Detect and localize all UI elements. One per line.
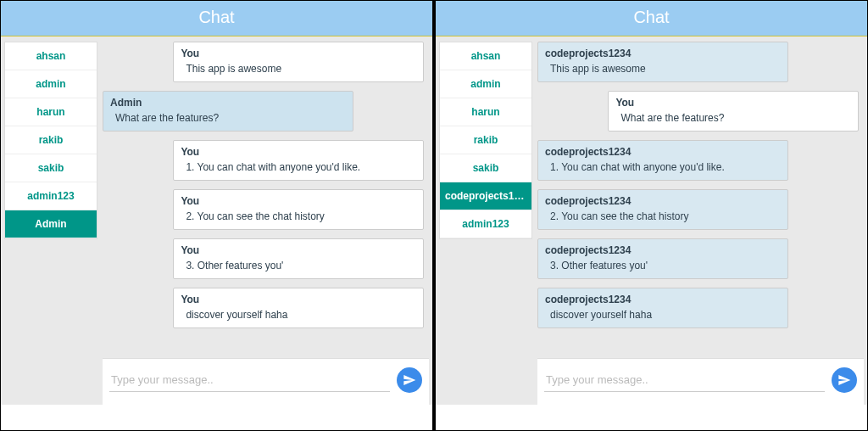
user-list-item[interactable]: ahsan	[5, 42, 97, 70]
message-sender: You	[181, 48, 416, 59]
split-container: Chat ahsanadminharunrakibsakibadmin123Ad…	[0, 0, 868, 431]
user-list-item[interactable]: rakib	[440, 126, 531, 154]
app-header: Chat	[1, 1, 432, 36]
user-list-item[interactable]: admin	[440, 70, 531, 98]
message-sender: codeprojects1234	[545, 294, 781, 305]
chat-message: YouWhat are the features?	[608, 91, 859, 132]
app-header: Chat	[436, 1, 867, 36]
user-list-item[interactable]: admin	[5, 70, 97, 98]
user-list-item[interactable]: harun	[5, 98, 97, 126]
send-icon	[403, 373, 416, 387]
message-text: What are the features?	[110, 112, 346, 124]
message-text: 1. You can chat with anyone you'd like.	[181, 161, 416, 173]
bottom-spacer	[436, 405, 867, 430]
user-list-item[interactable]: harun	[440, 98, 531, 126]
chat-column: YouThis app is awesomeAdminWhat are the …	[103, 42, 429, 405]
message-sender: codeprojects1234	[545, 48, 781, 59]
user-list-item[interactable]: sakib	[440, 154, 531, 182]
user-list-item[interactable]: sakib	[5, 154, 97, 182]
chat-message: codeprojects1234This app is awesome	[537, 42, 788, 82]
user-list-item[interactable]: admin123	[5, 182, 97, 210]
send-icon	[837, 373, 851, 387]
chat-window-right: Chat ahsanadminharunrakibsakibcodeprojec…	[433, 0, 868, 431]
user-list-item[interactable]: codeprojects1234	[440, 182, 531, 210]
chat-column: codeprojects1234This app is awesomeYouWh…	[537, 42, 864, 405]
message-sender: codeprojects1234	[545, 195, 781, 207]
message-text: This app is awesome	[545, 63, 781, 75]
message-sender: codeprojects1234	[545, 146, 781, 158]
send-button[interactable]	[832, 367, 857, 393]
message-text: 3. Other features you'	[545, 260, 781, 271]
message-sender: You	[181, 294, 416, 305]
send-button[interactable]	[397, 367, 422, 393]
chat-message: You2. You can see the chat history	[173, 189, 424, 230]
user-list-item[interactable]: Admin	[5, 210, 97, 238]
message-input[interactable]	[109, 368, 390, 392]
message-sender: You	[181, 195, 416, 207]
message-text: 1. You can chat with anyone you'd like.	[545, 161, 781, 173]
user-list: ahsanadminharunrakibsakibcodeprojects123…	[439, 42, 532, 239]
message-text: What are the features?	[615, 112, 851, 124]
message-composer	[537, 358, 864, 405]
message-text: 2. You can see the chat history	[181, 210, 416, 222]
message-text: discover yourself haha	[545, 309, 781, 321]
message-list[interactable]: YouThis app is awesomeAdminWhat are the …	[103, 42, 429, 358]
chat-message: codeprojects1234discover yourself haha	[537, 288, 788, 328]
user-list-item[interactable]: ahsan	[440, 42, 531, 70]
message-sender: Admin	[110, 97, 346, 109]
message-text: This app is awesome	[181, 63, 416, 75]
chat-message: codeprojects12343. Other features you'	[537, 238, 788, 279]
message-sender: codeprojects1234	[545, 244, 781, 256]
chat-message: You3. Other features you'	[173, 238, 424, 279]
chat-body: ahsanadminharunrakibsakibadmin123Admin Y…	[1, 36, 432, 405]
message-list[interactable]: codeprojects1234This app is awesomeYouWh…	[537, 42, 864, 358]
bottom-spacer	[1, 405, 432, 430]
message-input[interactable]	[544, 368, 825, 392]
message-text: discover yourself haha	[181, 309, 416, 321]
user-list-item[interactable]: admin123	[440, 210, 531, 238]
chat-message: You1. You can chat with anyone you'd lik…	[173, 140, 424, 181]
message-sender: You	[615, 97, 851, 109]
chat-message: codeprojects12341. You can chat with any…	[537, 140, 788, 181]
chat-message: codeprojects12342. You can see the chat …	[537, 189, 788, 230]
message-sender: You	[181, 244, 416, 256]
user-list: ahsanadminharunrakibsakibadmin123Admin	[4, 42, 97, 239]
chat-message: Youdiscover yourself haha	[173, 288, 424, 328]
chat-message: AdminWhat are the features?	[103, 91, 353, 132]
message-text: 3. Other features you'	[181, 260, 416, 271]
user-list-item[interactable]: rakib	[5, 126, 97, 154]
message-composer	[103, 358, 429, 405]
message-sender: You	[181, 146, 416, 158]
chat-window-left: Chat ahsanadminharunrakibsakibadmin123Ad…	[0, 0, 433, 431]
chat-body: ahsanadminharunrakibsakibcodeprojects123…	[436, 36, 867, 405]
chat-message: YouThis app is awesome	[173, 42, 424, 82]
message-text: 2. You can see the chat history	[545, 210, 781, 222]
